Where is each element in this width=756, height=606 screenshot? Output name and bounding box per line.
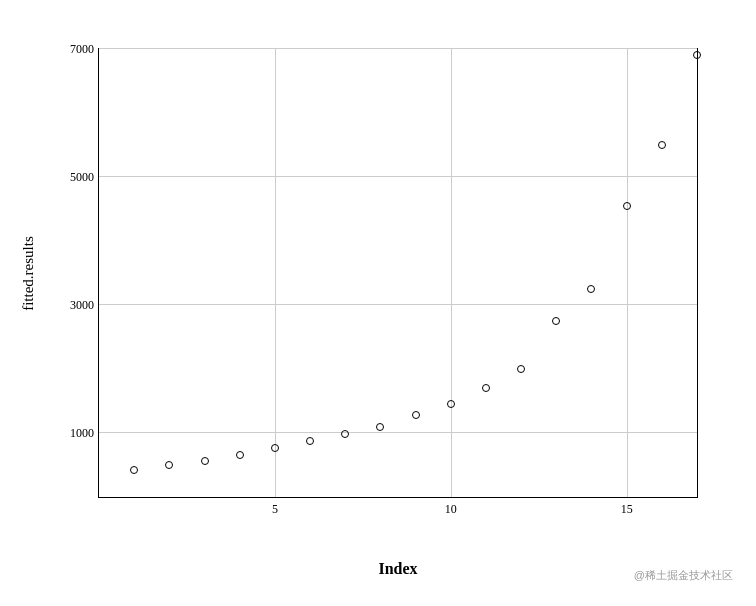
y-tick-label: 7000 xyxy=(70,42,99,57)
data-point xyxy=(623,202,631,210)
data-point xyxy=(341,430,349,438)
data-point xyxy=(236,451,244,459)
x-tick-line xyxy=(451,49,452,497)
data-point xyxy=(447,400,455,408)
data-point xyxy=(165,461,173,469)
y-tick-label: 3000 xyxy=(70,298,99,313)
x-tick-line xyxy=(275,49,276,497)
y-tick-label: 1000 xyxy=(70,426,99,441)
watermark: @稀土掘金技术社区 xyxy=(634,568,733,583)
chart-container: fitted.results 100030005000700051015 Ind… xyxy=(18,18,738,588)
y-tick-line xyxy=(99,432,697,433)
x-tick-label: 10 xyxy=(445,502,457,517)
data-point xyxy=(376,423,384,431)
data-point xyxy=(201,457,209,465)
data-point xyxy=(693,51,701,59)
x-tick-label: 15 xyxy=(621,502,633,517)
data-point xyxy=(658,141,666,149)
data-point xyxy=(552,317,560,325)
data-point xyxy=(130,466,138,474)
data-point xyxy=(271,444,279,452)
y-axis-label: fitted.results xyxy=(18,48,38,498)
y-tick-label: 5000 xyxy=(70,170,99,185)
data-point xyxy=(306,437,314,445)
chart-area: 100030005000700051015 xyxy=(98,48,698,498)
data-point xyxy=(412,411,420,419)
y-tick-line xyxy=(99,304,697,305)
y-tick-line xyxy=(99,176,697,177)
data-point xyxy=(587,285,595,293)
y-tick-line xyxy=(99,48,697,49)
x-tick-label: 5 xyxy=(272,502,278,517)
data-point xyxy=(482,384,490,392)
data-point xyxy=(517,365,525,373)
x-axis-label: Index xyxy=(98,560,698,578)
x-tick-line xyxy=(627,49,628,497)
